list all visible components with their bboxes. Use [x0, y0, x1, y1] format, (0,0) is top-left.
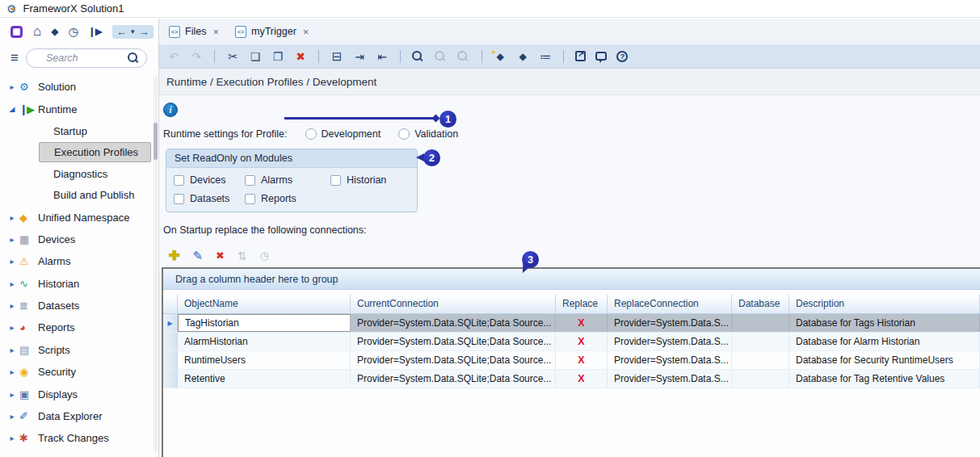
cell-replaceconnection[interactable]: Provider=System.Data.S... — [608, 351, 732, 369]
row-selector-cell[interactable]: ▶ — [163, 314, 178, 332]
cell-objectname[interactable]: RuntimeUsers — [178, 351, 351, 369]
cell-objectname[interactable]: Retentive — [178, 370, 351, 388]
checkbox-devices[interactable]: Devices — [174, 174, 245, 186]
replace-next-icon[interactable] — [435, 51, 448, 62]
print-icon[interactable]: ⊟ — [330, 50, 343, 63]
cut-icon[interactable]: ✂ — [226, 50, 239, 63]
expand-arrow-icon[interactable]: ▸ — [6, 367, 18, 376]
column-header-replaceconnection[interactable]: ReplaceConnection — [608, 295, 732, 313]
cell-currentconnection[interactable]: Provider=System.Data.SQLite;Data Source.… — [351, 351, 556, 369]
table-row[interactable]: RetentiveProvider=System.Data.SQLite;Dat… — [163, 370, 980, 388]
sidebar-item-track-changes[interactable]: ▸✱Track Changes — [0, 427, 158, 449]
search-box[interactable] — [26, 48, 147, 68]
cell-database[interactable] — [732, 333, 789, 350]
expand-arrow-icon[interactable]: ▸ — [6, 279, 18, 288]
expand-arrow-icon[interactable]: ▸ — [6, 257, 18, 266]
row-selector-cell[interactable] — [163, 370, 178, 388]
column-header-database[interactable]: Database — [732, 295, 789, 313]
delete-row-icon[interactable]: ✖ — [216, 249, 225, 263]
radio-validation[interactable]: Validation — [398, 128, 458, 140]
cell-description[interactable]: Database for Tags Historian — [789, 314, 980, 332]
sidebar-scrollbar-thumb[interactable] — [154, 123, 158, 160]
sidebar-item-data-explorer[interactable]: ▸✐Data Explorer — [0, 405, 158, 427]
sidebar-item-runtime[interactable]: ◢❙▶Runtime — [0, 98, 158, 119]
cell-replaceconnection[interactable]: Provider=System.Data.S... — [608, 370, 732, 388]
column-header-replace[interactable]: Replace — [556, 295, 608, 313]
import-icon[interactable]: ⇥ — [353, 50, 366, 63]
history-clock-icon[interactable]: ◷ — [260, 249, 269, 263]
replace-prev-icon[interactable] — [457, 51, 470, 62]
cell-database[interactable] — [732, 314, 789, 332]
hamburger-menu-icon[interactable]: ≡ — [11, 50, 19, 66]
cell-description[interactable]: Database for Security RuntimeUsers — [789, 351, 980, 369]
table-row[interactable]: RuntimeUsersProvider=System.Data.SQLite;… — [163, 351, 980, 370]
expand-arrow-icon[interactable]: ▸ — [6, 346, 18, 354]
runtime-play-icon[interactable]: ❙▶ — [88, 26, 102, 37]
cell-database[interactable] — [732, 351, 789, 369]
redo-icon[interactable]: ↷ — [190, 50, 203, 63]
sidebar-item-displays[interactable]: ▸▣Displays — [0, 383, 158, 405]
checkbox-reports[interactable]: Reports — [245, 193, 330, 204]
checkbox-icon[interactable] — [174, 194, 184, 204]
home-icon[interactable]: ⌂ — [33, 23, 40, 40]
sidebar-item-security[interactable]: ▸◉Security — [0, 361, 158, 383]
paste-icon[interactable]: ❐ — [271, 50, 284, 63]
open-external-icon[interactable] — [575, 51, 586, 61]
tag-dark-icon[interactable]: ◆ — [516, 50, 529, 63]
sidebar-item-diagnostics[interactable]: Diagnostics — [39, 164, 151, 184]
row-selector-cell[interactable] — [163, 333, 178, 350]
replace-x-icon[interactable]: X — [578, 354, 584, 366]
sidebar-item-build-and-publish[interactable]: Build and Publish — [39, 185, 151, 205]
column-header-description[interactable]: Description — [789, 295, 980, 313]
cell-database[interactable] — [732, 370, 789, 388]
checkbox-icon[interactable] — [245, 194, 255, 204]
checkbox-alarms[interactable]: Alarms — [245, 174, 330, 186]
radio-button-icon[interactable] — [305, 128, 317, 140]
expand-arrow-icon[interactable]: ▸ — [6, 434, 18, 442]
info-icon[interactable]: i — [163, 103, 178, 117]
new-tag-icon[interactable]: ◆✦ — [494, 50, 507, 63]
nav-back-icon[interactable]: ← — [116, 26, 127, 38]
cell-replaceconnection[interactable]: Provider=System.Data.S... — [608, 314, 732, 332]
sidebar-item-alarms[interactable]: ▸⚠Alarms — [0, 250, 158, 272]
expand-arrow-icon[interactable]: ▸ — [6, 390, 18, 399]
sidebar-item-execution-profiles[interactable]: Execution Profiles — [39, 142, 151, 162]
cell-description[interactable]: Database for Tag Retentive Values — [789, 370, 980, 388]
column-header-objectname[interactable]: ObjectName — [178, 295, 351, 313]
tab-mytrigger[interactable]: <>myTrigger× — [235, 26, 309, 38]
table-row[interactable]: AlarmHistorianProvider=System.Data.SQLit… — [163, 333, 980, 351]
close-tab-icon[interactable]: × — [212, 26, 219, 38]
checkbox-datasets[interactable]: Datasets — [174, 193, 245, 204]
replace-x-icon[interactable]: X — [578, 373, 584, 384]
replace-x-icon[interactable]: X — [578, 336, 584, 347]
sidebar-item-unified-namespace[interactable]: ▸◆Unified Namespace — [0, 206, 158, 228]
cell-objectname[interactable]: AlarmHistorian — [178, 333, 351, 350]
cell-replace[interactable]: X — [556, 370, 608, 388]
sort-icon[interactable]: ⇅ — [238, 249, 247, 263]
collapse-arrow-icon[interactable]: ◢ — [6, 105, 18, 113]
export-icon[interactable]: ⇤ — [376, 50, 389, 63]
checkbox-historian[interactable]: Historian — [330, 174, 417, 186]
expand-arrow-icon[interactable]: ▸ — [6, 82, 18, 91]
sidebar-item-historian[interactable]: ▸∿Historian — [0, 273, 158, 295]
cell-currentconnection[interactable]: Provider=System.Data.SQLite;Data Source.… — [351, 370, 556, 388]
app-logo-icon[interactable] — [11, 26, 23, 38]
expand-arrow-icon[interactable]: ▸ — [6, 323, 18, 332]
column-header-currentconnection[interactable]: CurrentConnection — [351, 295, 556, 313]
delete-icon[interactable]: ✖ — [294, 50, 307, 63]
cell-currentconnection[interactable]: Provider=System.Data.SQLite;Data Source.… — [351, 333, 556, 350]
close-tab-icon[interactable]: × — [303, 26, 309, 38]
copy-icon[interactable]: ❏ — [249, 50, 262, 63]
nav-forward-icon[interactable]: → — [139, 26, 149, 38]
expand-arrow-icon[interactable]: ▸ — [6, 301, 18, 310]
edit-row-icon[interactable]: ✎ — [192, 249, 203, 263]
checkbox-icon[interactable] — [174, 175, 184, 186]
cell-replaceconnection[interactable]: Provider=System.Data.S... — [608, 333, 732, 350]
add-row-icon[interactable]: ✚ — [169, 249, 179, 263]
sidebar-scrollbar[interactable] — [154, 76, 158, 453]
grid-group-panel[interactable]: Drag a column header here to group — [163, 269, 980, 290]
cell-objectname[interactable]: TagHistorian — [178, 314, 351, 332]
sidebar-item-datasets[interactable]: ▸≣Datasets — [0, 295, 158, 317]
radio-development[interactable]: Development — [305, 128, 381, 140]
row-selector-cell[interactable] — [163, 351, 178, 369]
